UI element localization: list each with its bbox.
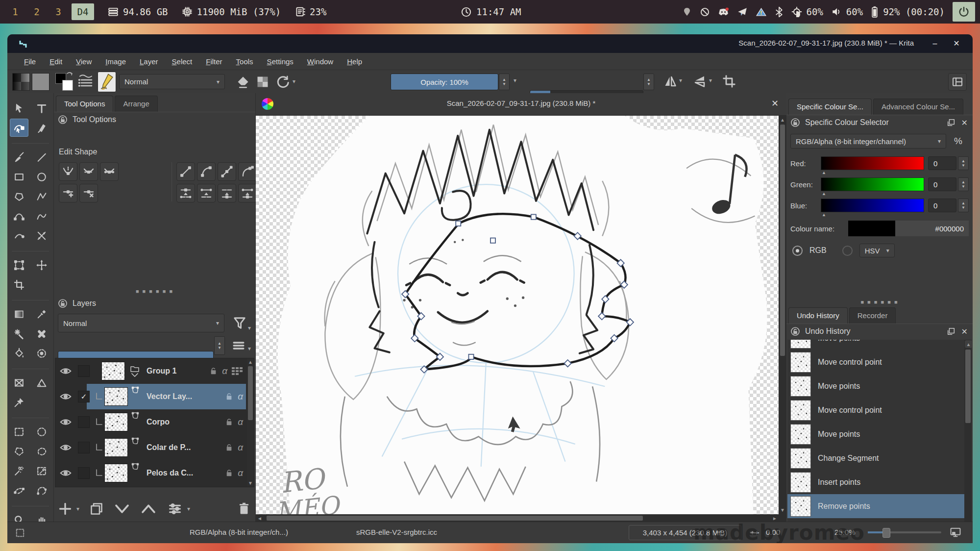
tool-fill[interactable]	[10, 344, 28, 362]
menu-window[interactable]: Window	[300, 57, 340, 66]
red-slider[interactable]	[821, 156, 924, 170]
eraser-icon[interactable]	[236, 75, 250, 89]
move-layer-up-button[interactable]	[140, 502, 157, 515]
vscroll-down-arrow[interactable]: ▼	[779, 507, 786, 513]
discord-tray-icon[interactable]	[718, 7, 729, 17]
visibility-eye-icon[interactable]	[59, 468, 72, 478]
layer-lock-icon[interactable]	[209, 367, 218, 376]
layer-row-vector[interactable]: ✓ Vector Lay... α	[55, 384, 254, 409]
layer-opacity-spinner[interactable]: ▲▼	[214, 336, 225, 355]
brush-preset-current[interactable]	[98, 72, 116, 92]
docker-drag-handle[interactable]: ■ ■ ■ ■ ■ ■	[786, 299, 973, 305]
green-spinner[interactable]: ▲▼	[958, 177, 969, 191]
brush-presets-button[interactable]	[77, 73, 95, 90]
tool-ellipse[interactable]	[32, 168, 51, 186]
selection-mode-icon[interactable]	[14, 527, 26, 539]
tab-tool-options[interactable]: Tool Options	[56, 96, 113, 112]
tool-multibrush[interactable]	[32, 226, 51, 245]
opacity-dropdown-arrow[interactable]: ▾	[514, 77, 516, 84]
blending-mode-select[interactable]: Normal▾	[119, 74, 225, 89]
layer-lock-icon[interactable]	[225, 443, 234, 452]
tool-colorize-mask[interactable]	[10, 325, 28, 343]
scroll-down-arrow[interactable]: ▼	[247, 480, 254, 486]
canvas-vscrollbar[interactable]: ▲ ▼	[779, 116, 786, 514]
zoom-slider-handle[interactable]	[882, 528, 890, 538]
layer-row-colar[interactable]: Colar de P... α	[55, 435, 254, 460]
bluetooth-tray-icon[interactable]	[775, 6, 784, 18]
tool-enclose-fill[interactable]	[32, 344, 51, 362]
undo-item-selected[interactable]: Remove points	[787, 494, 972, 518]
pattern-chooser[interactable]	[32, 73, 49, 91]
hsv-radio[interactable]	[842, 246, 853, 256]
docker-lock-icon[interactable]	[790, 326, 800, 336]
menu-settings[interactable]: Settings	[260, 57, 300, 66]
tool-polygon[interactable]	[10, 187, 28, 205]
rgb-radio[interactable]	[792, 246, 803, 256]
layer-properties-button[interactable]	[167, 501, 183, 516]
docker-lock-icon[interactable]	[58, 299, 68, 308]
gradient-chooser[interactable]	[12, 73, 30, 91]
undo-item[interactable]: Move points	[787, 374, 972, 398]
merge-points-button[interactable]	[238, 184, 257, 202]
delete-layer-button[interactable]	[237, 501, 251, 516]
menu-help[interactable]: Help	[340, 57, 369, 66]
join-points-button[interactable]	[218, 184, 236, 202]
smooth-point-button[interactable]	[79, 162, 98, 181]
menu-view[interactable]: View	[69, 57, 98, 66]
tool-contiguous-select[interactable]	[10, 462, 28, 480]
layer-list-scrollbar[interactable]: ▲ ▼	[247, 358, 254, 487]
opacity-slider[interactable]: Opacity: 100%	[391, 74, 498, 90]
window-title-bar[interactable]: Scan_2026-02-07_09-31-17.jpg (230.8 MiB)…	[7, 34, 973, 53]
make-curve-point-button[interactable]	[238, 162, 257, 181]
layer-thumbnail[interactable]	[101, 362, 125, 380]
tool-magnetic-select[interactable]	[32, 481, 51, 500]
undo-item[interactable]: Move points	[787, 422, 972, 446]
symmetric-point-button[interactable]	[100, 162, 119, 181]
visibility-eye-icon[interactable]	[59, 442, 72, 453]
tool-bezier-curve[interactable]	[10, 207, 28, 225]
canvas-viewport[interactable]: RO MÉO	[256, 116, 779, 514]
tool-dynamic-brush[interactable]	[10, 226, 28, 245]
green-value[interactable]: 0	[928, 177, 956, 191]
layer-alpha-icon[interactable]: α	[238, 468, 243, 478]
remove-point-button[interactable]	[79, 184, 98, 202]
add-layer-button[interactable]	[58, 501, 73, 516]
swap-colors-icon[interactable]	[66, 71, 73, 78]
workspace-active[interactable]: D4	[72, 3, 94, 20]
workspace-1[interactable]: 1	[7, 6, 24, 17]
duplicate-layer-button[interactable]	[89, 501, 104, 516]
tool-gradient[interactable]	[10, 305, 28, 323]
workspace-3[interactable]: 3	[50, 6, 67, 17]
menu-select[interactable]: Select	[165, 57, 199, 66]
undo-scroll-up-arrow[interactable]: ▲	[964, 340, 972, 349]
tool-freehand-brush[interactable]	[10, 148, 28, 166]
layer-lock-icon[interactable]	[225, 392, 234, 401]
docker-lock-icon[interactable]	[790, 118, 800, 127]
layer-filter-dropdown[interactable]: ▾	[248, 325, 251, 331]
reload-dropdown-arrow[interactable]: ▾	[293, 78, 295, 85]
tool-rect-select[interactable]	[10, 423, 28, 441]
tool-ellipse-select[interactable]	[32, 423, 51, 441]
close-docker-icon[interactable]: ✕	[961, 118, 968, 127]
tool-bezier-select[interactable]	[10, 481, 28, 500]
layer-thumbnail[interactable]	[104, 464, 128, 482]
menu-filter[interactable]: Filter	[199, 57, 229, 66]
zoom-slider-track[interactable]	[868, 531, 941, 533]
tool-assistants[interactable]	[10, 374, 28, 392]
layer-thumbnail[interactable]	[104, 387, 128, 406]
tool-polyline[interactable]	[32, 187, 51, 205]
reload-original-preset-icon[interactable]	[276, 75, 291, 89]
percent-toggle[interactable]: %	[954, 136, 962, 147]
colour-model-select[interactable]: RGB/Alpha (8-bit integer/channel)▾	[790, 134, 946, 149]
undo-item[interactable]: Change Segment	[787, 446, 972, 470]
layer-thumbnail[interactable]	[104, 413, 128, 431]
tool-text[interactable]	[32, 99, 51, 117]
undo-item[interactable]: Move control point	[787, 398, 972, 422]
undo-item[interactable]: Insert points	[787, 470, 972, 494]
menu-edit[interactable]: Edit	[43, 57, 69, 66]
do-not-disturb-tray-icon[interactable]	[700, 7, 710, 17]
docker-lock-icon[interactable]	[58, 115, 68, 125]
undo-item[interactable]: Move points	[787, 340, 972, 350]
layer-menu-dropdown[interactable]: ▾	[248, 345, 251, 352]
layer-checkbox[interactable]	[78, 416, 90, 428]
